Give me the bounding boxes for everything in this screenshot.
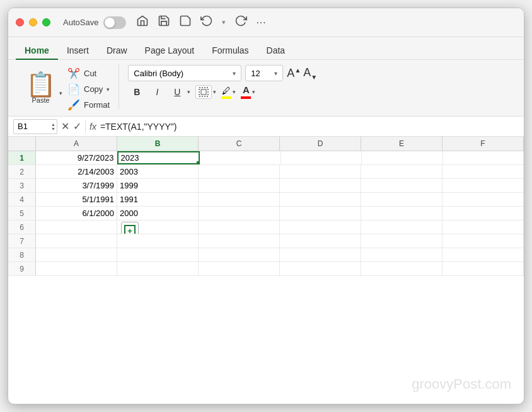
col-header-F[interactable]: F xyxy=(442,137,524,151)
font-color-dropdown-icon[interactable]: ▾ xyxy=(251,89,257,95)
highlight-button[interactable]: 🖊 xyxy=(221,86,231,99)
col-header-B[interactable]: B xyxy=(117,137,199,151)
confirm-formula-icon[interactable]: ✓ xyxy=(73,120,81,132)
col-header-C[interactable]: C xyxy=(199,137,280,151)
tab-page-layout[interactable]: Page Layout xyxy=(136,42,204,59)
cell-F7[interactable] xyxy=(442,234,524,248)
cell-D7[interactable] xyxy=(280,234,361,248)
border-button[interactable] xyxy=(195,85,212,99)
cell-B8[interactable] xyxy=(117,248,199,261)
tab-home[interactable]: Home xyxy=(16,42,58,59)
cell-D8[interactable] xyxy=(280,248,361,261)
cell-B3[interactable]: 1999 xyxy=(117,179,199,192)
paste-options-button[interactable]: + xyxy=(121,222,139,234)
cell-C9[interactable] xyxy=(199,262,280,275)
cell-B7[interactable] xyxy=(117,234,199,248)
cell-C6[interactable] xyxy=(199,220,280,234)
maximize-button[interactable] xyxy=(42,18,50,26)
cell-A7[interactable] xyxy=(36,234,117,248)
font-name-selector[interactable]: Calibri (Body) ▾ xyxy=(128,65,241,81)
paste-dropdown-arrow[interactable]: ▾ xyxy=(59,90,62,96)
cell-A2[interactable]: 2/14/2003 xyxy=(36,165,117,178)
tab-insert[interactable]: Insert xyxy=(58,42,98,59)
undo-icon[interactable] xyxy=(200,14,213,30)
cell-E4[interactable] xyxy=(361,193,442,206)
cell-C5[interactable] xyxy=(199,207,280,220)
redo-icon[interactable] xyxy=(234,14,247,30)
font-size-selector[interactable]: 12 ▾ xyxy=(245,65,283,81)
copy-button[interactable]: 📄 Copy ▾ xyxy=(65,82,112,96)
undo-dropdown-icon[interactable]: ▾ xyxy=(222,18,226,26)
cell-E1[interactable] xyxy=(362,151,443,164)
cell-C4[interactable] xyxy=(199,193,280,206)
cell-E9[interactable] xyxy=(361,262,442,275)
cell-F3[interactable] xyxy=(442,179,524,192)
cell-B4[interactable]: 1991 xyxy=(117,193,199,206)
cell-D2[interactable] xyxy=(280,165,361,178)
cell-C8[interactable] xyxy=(199,248,280,261)
home-icon[interactable] xyxy=(136,14,149,30)
cell-C1[interactable] xyxy=(200,151,281,164)
cut-button[interactable]: ✂️ Cut xyxy=(65,66,112,81)
cell-E5[interactable] xyxy=(361,207,442,220)
cell-F9[interactable] xyxy=(442,262,524,275)
col-header-A[interactable]: A xyxy=(36,137,117,151)
cell-D6[interactable] xyxy=(280,220,361,234)
cell-A6[interactable] xyxy=(36,220,117,234)
autosave-toggle[interactable] xyxy=(103,16,126,29)
save-icon[interactable] xyxy=(158,14,170,30)
font-size-decrease-icon[interactable]: A▼ xyxy=(303,66,317,81)
bold-button[interactable]: B xyxy=(128,84,146,100)
tab-data[interactable]: Data xyxy=(258,42,294,59)
cell-A8[interactable] xyxy=(36,248,117,261)
cell-B9[interactable] xyxy=(117,262,199,275)
minimize-button[interactable] xyxy=(29,18,37,26)
cell-F4[interactable] xyxy=(442,193,524,206)
border-dropdown-icon[interactable]: ▾ xyxy=(212,89,217,95)
cell-D9[interactable] xyxy=(280,262,361,275)
tab-draw[interactable]: Draw xyxy=(98,42,136,59)
cell-F5[interactable] xyxy=(442,207,524,220)
underline-dropdown-icon[interactable]: ▾ xyxy=(186,89,192,95)
cloud-save-icon[interactable] xyxy=(179,14,192,30)
cell-A5[interactable]: 6/1/2000 xyxy=(36,207,117,220)
cell-D4[interactable] xyxy=(280,193,361,206)
close-button[interactable] xyxy=(16,18,24,26)
cell-F8[interactable] xyxy=(442,248,524,261)
cell-B6[interactable]: + xyxy=(117,220,199,234)
tab-formulas[interactable]: Formulas xyxy=(203,42,257,59)
cell-E2[interactable] xyxy=(361,165,442,178)
fill-handle[interactable] xyxy=(197,161,200,164)
format-button[interactable]: 🖌️ Format xyxy=(65,98,112,112)
cell-E7[interactable] xyxy=(361,234,442,248)
cell-E8[interactable] xyxy=(361,248,442,261)
font-size-increase-icon[interactable]: A▲ xyxy=(287,67,301,80)
cell-E6[interactable] xyxy=(361,220,442,234)
cell-C7[interactable] xyxy=(199,234,280,248)
cell-C3[interactable] xyxy=(199,179,280,192)
cell-A9[interactable] xyxy=(36,262,117,275)
cell-C2[interactable] xyxy=(199,165,280,178)
cell-D1[interactable] xyxy=(281,151,362,164)
cell-B1[interactable]: 2023 xyxy=(117,151,200,164)
more-options-icon[interactable]: ··· xyxy=(256,17,266,28)
cell-F1[interactable] xyxy=(443,151,524,164)
copy-dropdown-arrow[interactable]: ▾ xyxy=(107,86,110,93)
col-header-E[interactable]: E xyxy=(361,137,442,151)
cell-E3[interactable] xyxy=(361,179,442,192)
cell-B2[interactable]: 2003 xyxy=(117,165,199,178)
cell-A1[interactable]: 9/27/2023 xyxy=(36,151,117,164)
font-color-button[interactable]: A xyxy=(241,85,251,99)
underline-button[interactable]: U xyxy=(168,84,186,100)
cell-B5[interactable]: 2000 xyxy=(117,207,199,220)
cell-reference-box[interactable]: B1 ▲ ▼ xyxy=(13,119,57,134)
cell-D3[interactable] xyxy=(280,179,361,192)
cancel-formula-icon[interactable]: ✕ xyxy=(61,120,69,132)
italic-button[interactable]: I xyxy=(148,84,166,100)
cell-A3[interactable]: 3/7/1999 xyxy=(36,179,117,192)
cell-F2[interactable] xyxy=(442,165,524,178)
formula-input[interactable]: =TEXT(A1,"YYYY") xyxy=(100,122,519,132)
highlight-dropdown-icon[interactable]: ▾ xyxy=(231,89,237,95)
cell-A4[interactable]: 5/1/1991 xyxy=(36,193,117,206)
cell-F6[interactable] xyxy=(442,220,524,234)
